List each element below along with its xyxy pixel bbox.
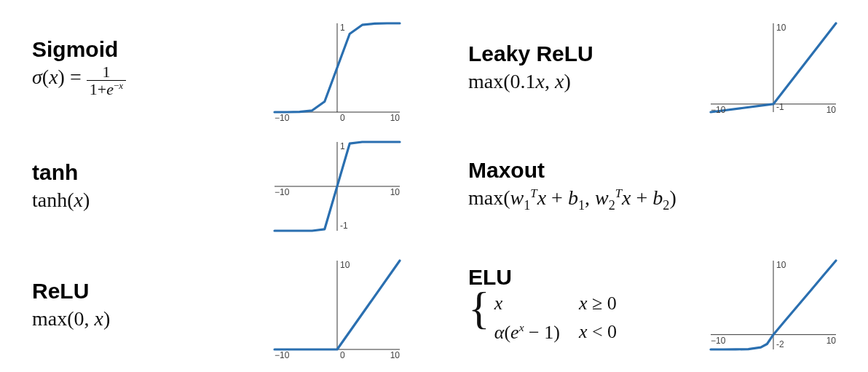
tanh-plot: −1010-11 — [264, 132, 410, 241]
elu-text: ELU { x x ≥ 0 α(ex − 1) x < 0 — [468, 265, 687, 344]
svg-text:10: 10 — [776, 23, 786, 33]
leaky-relu-formula: max(0.1x, x) — [468, 68, 687, 94]
svg-text:1: 1 — [340, 23, 345, 33]
svg-text:10: 10 — [826, 104, 837, 114]
svg-text:0: 0 — [340, 113, 345, 122]
svg-text:1: 1 — [340, 141, 345, 151]
cell-tanh: tanh tanh(x) −1010-11 — [32, 129, 410, 243]
svg-text:0: 0 — [340, 350, 345, 360]
maxout-text: Maxout max(w1Tx + b1, w2Tx + b2) — [468, 158, 846, 213]
relu-plot: −1010010 — [264, 250, 410, 360]
activation-functions-figure: Sigmoid σ(x) = 1 1+e−x −101001 Leaky ReL… — [0, 0, 868, 372]
svg-text:10: 10 — [390, 350, 401, 360]
cell-elu: ELU { x x ≥ 0 α(ex − 1) x < 0 −1010-210 — [468, 248, 846, 362]
svg-text:-2: -2 — [776, 339, 784, 349]
svg-text:−10: −10 — [275, 350, 290, 360]
cell-maxout: Maxout max(w1Tx + b1, w2Tx + b2) — [468, 129, 846, 243]
sigmoid-plot: −101001 — [264, 13, 410, 122]
svg-text:−10: −10 — [275, 113, 290, 122]
svg-text:10: 10 — [340, 260, 350, 270]
svg-text:−10: −10 — [275, 187, 290, 197]
maxout-title: Maxout — [468, 158, 846, 182]
cell-leaky-relu: Leaky ReLU max(0.1x, x) −1010-110 — [468, 10, 846, 124]
cell-relu: ReLU max(0, x) −1010010 — [32, 248, 410, 362]
sigmoid-formula: σ(x) = 1 1+e−x — [32, 64, 251, 98]
maxout-formula: max(w1Tx + b1, w2Tx + b2) — [468, 185, 846, 213]
tanh-formula: tanh(x) — [32, 187, 251, 213]
elu-formula: { x x ≥ 0 α(ex − 1) x < 0 — [468, 292, 687, 344]
svg-text:-1: -1 — [776, 102, 784, 112]
sigmoid-title: Sigmoid — [32, 37, 251, 61]
tanh-title: tanh — [32, 160, 251, 184]
cell-sigmoid: Sigmoid σ(x) = 1 1+e−x −101001 — [32, 10, 410, 124]
svg-text:−10: −10 — [711, 335, 726, 345]
relu-formula: max(0, x) — [32, 306, 251, 331]
svg-text:10: 10 — [390, 187, 401, 197]
svg-text:10: 10 — [390, 113, 401, 122]
sigmoid-text: Sigmoid σ(x) = 1 1+e−x — [32, 37, 251, 98]
tanh-text: tanh tanh(x) — [32, 160, 251, 213]
relu-title: ReLU — [32, 279, 251, 303]
leaky-relu-text: Leaky ReLU max(0.1x, x) — [468, 41, 687, 94]
elu-plot: −1010-210 — [701, 250, 846, 360]
relu-text: ReLU max(0, x) — [32, 279, 251, 331]
leaky-relu-title: Leaky ReLU — [468, 41, 687, 66]
svg-text:10: 10 — [776, 260, 786, 270]
elu-title: ELU — [468, 265, 687, 289]
svg-text:-1: -1 — [340, 221, 348, 231]
svg-text:10: 10 — [826, 335, 837, 345]
leaky-relu-plot: −1010-110 — [701, 13, 846, 122]
svg-text:−10: −10 — [711, 104, 726, 114]
